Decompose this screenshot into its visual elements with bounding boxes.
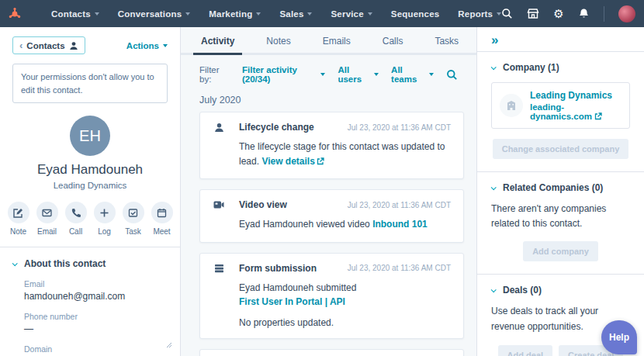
- log-action-button[interactable]: Log: [94, 202, 116, 236]
- call-action-button[interactable]: Call: [65, 202, 87, 236]
- phone-field-value: —: [24, 323, 168, 334]
- marketplace-icon[interactable]: [527, 8, 539, 19]
- email-action-button[interactable]: Email: [36, 202, 58, 236]
- view-details-link[interactable]: View details: [261, 156, 324, 167]
- company-building-icon: [500, 94, 523, 117]
- company-domain-link[interactable]: leading-dynamics.com: [530, 102, 621, 121]
- card-timestamp: Jul 23, 2020 at 11:36 AM CDT: [348, 201, 451, 209]
- chevron-down-icon: [12, 261, 18, 266]
- activity-feed-panel: Activity Notes Emails Calls Tasks Filter…: [181, 27, 477, 356]
- back-to-contacts-button[interactable]: ‹ Contacts: [12, 36, 85, 54]
- hubspot-logo[interactable]: [8, 7, 22, 21]
- card-title: Lifecycle change: [239, 122, 314, 133]
- chevron-down-icon: [185, 12, 190, 16]
- task-icon: [123, 202, 144, 223]
- contact-person-icon: [69, 41, 78, 50]
- nav-sales-label: Sales: [279, 9, 303, 19]
- email-label: Email: [37, 227, 57, 236]
- all-users-value: All users: [338, 65, 370, 84]
- about-title: About this contact: [24, 258, 106, 269]
- lifecycle-change-card: Lifecycle change Jul 23, 2020 at 11:36 A…: [199, 112, 464, 179]
- divider: [604, 6, 604, 22]
- note-label: Note: [10, 227, 26, 236]
- contact-sidebar: ‹ Contacts Actions Your permissions don'…: [0, 27, 181, 356]
- change-associated-company-button[interactable]: Change associated company: [493, 139, 629, 159]
- task-action-button[interactable]: Task: [123, 202, 144, 236]
- about-section-header[interactable]: About this contact: [12, 258, 168, 269]
- related-companies-empty-text: There aren't any companies related to th…: [491, 202, 630, 231]
- note-action-button[interactable]: Note: [8, 202, 29, 236]
- email-field-value: hamdouneh@gmail.com: [24, 291, 168, 302]
- external-link-icon: [594, 112, 602, 120]
- chevron-down-icon: [491, 64, 497, 70]
- email-field[interactable]: Email hamdouneh@gmail.com: [12, 279, 168, 302]
- nav-sequences-label: Sequences: [391, 9, 440, 19]
- related-companies-header[interactable]: Related Companies (0): [491, 182, 630, 193]
- all-teams-dropdown[interactable]: All teams: [391, 65, 434, 84]
- add-company-button[interactable]: Add company: [523, 241, 598, 261]
- company-section-header[interactable]: Company (1): [491, 62, 630, 73]
- nav-contacts[interactable]: Contacts: [51, 9, 99, 19]
- filter-row: Filter by: Filter activity (20/34) All u…: [181, 55, 476, 92]
- card-timestamp: Jul 23, 2020 at 11:36 AM CDT: [348, 264, 451, 272]
- video-link[interactable]: Inbound 101: [372, 219, 428, 230]
- card-body: Eyad Hamdouneh submitted: [239, 282, 356, 293]
- notifications-bell-icon[interactable]: [578, 8, 590, 19]
- email-field-label: Email: [24, 279, 168, 289]
- all-users-dropdown[interactable]: All users: [338, 65, 379, 84]
- user-avatar[interactable]: [618, 5, 635, 22]
- deals-title: Deals (0): [503, 285, 542, 296]
- meet-label: Meet: [153, 227, 170, 236]
- nav-sequences[interactable]: Sequences: [391, 9, 440, 19]
- company-card[interactable]: Leading Dynamics leading-dynamics.com: [491, 82, 630, 129]
- link-label: View details: [261, 156, 314, 167]
- form-icon: [213, 264, 225, 273]
- nav-sales[interactable]: Sales: [279, 9, 312, 19]
- domain-field[interactable]: Domain leading-dynamics.com: [12, 344, 168, 356]
- related-companies-title: Related Companies (0): [503, 182, 603, 193]
- tab-notes[interactable]: Notes: [265, 27, 292, 53]
- nav-contacts-label: Contacts: [51, 9, 91, 19]
- filter-activity-value: Filter activity (20/34): [242, 65, 317, 84]
- card-title: Video view: [239, 199, 287, 210]
- actions-dropdown[interactable]: Actions: [126, 41, 168, 50]
- domain-field-label: Domain: [24, 344, 168, 354]
- filter-by-label: Filter by:: [199, 65, 230, 84]
- tab-calls[interactable]: Calls: [381, 27, 405, 53]
- collapse-panel-icon[interactable]: »: [477, 27, 644, 51]
- meet-action-button[interactable]: Meet: [151, 202, 173, 236]
- chevron-down-icon: [95, 12, 99, 16]
- link-label: Inbound 101: [372, 219, 428, 230]
- company-section: Company (1) Leading Dynamics leading-dyn…: [477, 51, 644, 171]
- nav-service[interactable]: Service: [331, 9, 372, 19]
- form-submission-card: Form submission Jul 23, 2020 at 11:36 AM…: [199, 253, 464, 339]
- tab-tasks[interactable]: Tasks: [433, 27, 460, 53]
- nav-reports[interactable]: Reports: [458, 9, 501, 19]
- quick-actions-row: Note Email Call Log Task: [12, 202, 168, 236]
- nav-conversations[interactable]: Conversations: [118, 9, 190, 19]
- help-button[interactable]: Help: [601, 320, 637, 354]
- contact-person-icon: [213, 123, 225, 133]
- search-icon[interactable]: [501, 8, 513, 19]
- nav-marketing-label: Marketing: [209, 9, 252, 19]
- form-link[interactable]: First User In Portal | API: [239, 296, 345, 307]
- company-section-title: Company (1): [503, 62, 559, 73]
- tab-activity[interactable]: Activity: [199, 27, 236, 53]
- chevron-down-icon: [491, 287, 497, 292]
- chevron-down-icon: [320, 73, 325, 76]
- phone-field[interactable]: Phone number —: [12, 312, 168, 334]
- nav-marketing[interactable]: Marketing: [209, 9, 261, 19]
- chevron-down-icon: [307, 12, 312, 16]
- top-navbar: Contacts Conversations Marketing Sales S…: [0, 0, 644, 27]
- add-deal-button[interactable]: Add deal: [498, 345, 552, 356]
- month-heading: July 2020: [181, 92, 476, 112]
- external-link-icon: [317, 157, 324, 165]
- company-name-link[interactable]: Leading Dynamics: [530, 90, 621, 101]
- deals-header[interactable]: Deals (0): [491, 285, 630, 296]
- log-label: Log: [98, 227, 111, 236]
- filter-activity-dropdown[interactable]: Filter activity (20/34): [242, 65, 325, 84]
- settings-gear-icon[interactable]: ⚙: [553, 8, 563, 19]
- tab-emails[interactable]: Emails: [321, 27, 352, 53]
- search-activities-icon[interactable]: [446, 69, 458, 81]
- resize-grip-icon[interactable]: [166, 337, 172, 351]
